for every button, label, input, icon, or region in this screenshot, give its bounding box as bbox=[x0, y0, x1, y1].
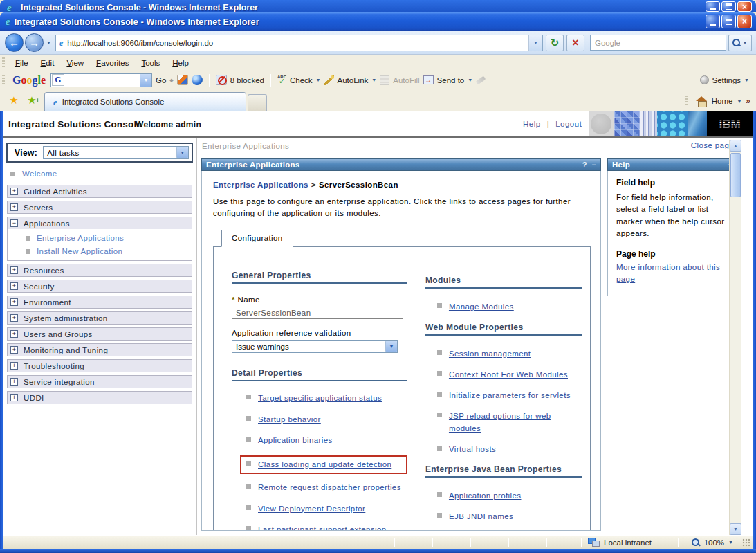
sidebar-subitem-link[interactable]: Install New Application bbox=[37, 247, 122, 255]
expand-toggle-icon[interactable]: + bbox=[10, 188, 18, 195]
browser-tab[interactable]: e Integrated Solutions Console bbox=[44, 92, 246, 111]
menu-item[interactable]: Help bbox=[166, 57, 195, 69]
menu-item[interactable]: Favorites bbox=[90, 57, 135, 69]
sidebar-item-welcome[interactable]: Welcome bbox=[10, 170, 196, 178]
property-link[interactable]: Virtual hosts bbox=[449, 444, 496, 455]
forward-button[interactable]: → bbox=[25, 33, 44, 52]
property-link[interactable]: Remote request dispatcher properties bbox=[258, 482, 401, 493]
back-button[interactable]: ← bbox=[5, 33, 24, 52]
maximize-button[interactable] bbox=[721, 15, 736, 28]
favorites-center-button[interactable]: ★ bbox=[6, 92, 22, 109]
close-button[interactable]: × bbox=[737, 1, 752, 12]
property-link[interactable]: Application binaries bbox=[258, 435, 333, 446]
home-button[interactable]: Home bbox=[712, 97, 733, 105]
chevron-down-icon[interactable]: ▼ bbox=[385, 341, 397, 352]
property-link[interactable]: Target specific application status bbox=[258, 392, 382, 404]
name-field[interactable] bbox=[232, 307, 403, 319]
property-link[interactable]: JSP reload options for web modules bbox=[449, 410, 582, 435]
new-tab-button[interactable] bbox=[248, 94, 267, 111]
go-button[interactable]: Go bbox=[156, 76, 166, 84]
search-button[interactable]: ▼ bbox=[728, 35, 752, 51]
scroll-down-icon[interactable]: ▼ bbox=[730, 523, 741, 535]
breadcrumb-link[interactable]: Enterprise Applications bbox=[213, 181, 308, 189]
check-button[interactable]: Check bbox=[290, 76, 313, 84]
zoom-icon[interactable] bbox=[691, 538, 700, 547]
property-link[interactable]: Class loading and update detection bbox=[258, 459, 391, 471]
send-to-icon[interactable]: → bbox=[423, 75, 434, 84]
page-help-link[interactable]: More information about this page bbox=[616, 262, 729, 286]
tab-configuration[interactable]: Configuration bbox=[221, 230, 293, 247]
sidebar-subitem[interactable]: Install New Application bbox=[26, 247, 192, 255]
expand-toggle-icon[interactable]: + bbox=[10, 362, 18, 370]
property-link[interactable]: Initialize parameters for servlets bbox=[449, 390, 571, 401]
autolink-dropdown-icon[interactable]: ▼ bbox=[371, 78, 376, 82]
property-link[interactable]: Session management bbox=[449, 348, 531, 360]
expand-toggle-icon[interactable]: + bbox=[10, 330, 18, 338]
google-search-dropdown-icon[interactable]: ▼ bbox=[140, 74, 151, 87]
toolbar-overflow-icon[interactable]: » bbox=[746, 96, 750, 106]
sidebar-section-header[interactable]: + Security bbox=[8, 280, 192, 292]
zoom-dropdown-icon[interactable]: ▼ bbox=[728, 540, 733, 545]
vertical-scrollbar[interactable]: ▲ ▼ bbox=[729, 140, 741, 535]
maximize-button[interactable] bbox=[721, 1, 736, 12]
resize-grip[interactable] bbox=[742, 538, 750, 547]
property-link[interactable]: Manage Modules bbox=[449, 301, 514, 313]
property-link[interactable]: EJB JNDI names bbox=[449, 511, 513, 523]
address-dropdown-icon[interactable]: ▼ bbox=[528, 35, 542, 51]
settings-button[interactable]: Settings bbox=[712, 76, 741, 84]
expand-toggle-icon[interactable]: + bbox=[10, 378, 18, 386]
help-link[interactable]: Help bbox=[523, 120, 541, 128]
expand-toggle-icon[interactable]: − bbox=[10, 219, 18, 227]
refresh-button[interactable]: ↻ bbox=[546, 35, 564, 51]
address-bar[interactable]: e http://localhost:9060/ibm/console/logi… bbox=[55, 35, 543, 51]
spellcheck-icon[interactable]: ABC✓ bbox=[277, 75, 286, 85]
scroll-up-icon[interactable]: ▲ bbox=[730, 140, 741, 152]
sidebar-section-header[interactable]: + Environment bbox=[8, 296, 192, 308]
settings-dropdown-icon[interactable]: ▼ bbox=[744, 78, 749, 82]
sidebar-section-header[interactable]: + Service integration bbox=[8, 376, 192, 388]
check-dropdown-icon[interactable]: ▼ bbox=[316, 78, 321, 82]
scrollbar-thumb[interactable] bbox=[730, 153, 741, 197]
earth-icon[interactable] bbox=[192, 75, 203, 85]
sidebar-section-header[interactable]: + Resources bbox=[8, 264, 192, 276]
highlighter-icon[interactable] bbox=[476, 75, 486, 84]
news-icon[interactable] bbox=[177, 75, 188, 85]
sidebar-section-header[interactable]: + Monitoring and Tuning bbox=[8, 344, 192, 356]
google-search-field[interactable] bbox=[65, 74, 140, 87]
view-select[interactable]: All tasks ▼ bbox=[43, 146, 189, 159]
menu-item[interactable]: View bbox=[60, 57, 90, 69]
background-window-titlebar[interactable]: e Integrated Solutions Console - Windows… bbox=[0, 0, 756, 12]
sidebar-section-header[interactable]: − Applications bbox=[8, 217, 192, 229]
recent-pages-dropdown-icon[interactable]: ▼ bbox=[46, 40, 51, 45]
expand-toggle-icon[interactable]: + bbox=[10, 203, 18, 211]
autolink-button[interactable]: AutoLink bbox=[338, 76, 369, 84]
sidebar-section-header[interactable]: + UDDI bbox=[8, 392, 192, 404]
home-dropdown-icon[interactable]: ▼ bbox=[737, 99, 741, 104]
menu-item[interactable]: File bbox=[9, 57, 35, 69]
expand-toggle-icon[interactable]: + bbox=[10, 394, 18, 401]
expand-toggle-icon[interactable]: + bbox=[10, 282, 18, 290]
expand-toggle-icon[interactable]: + bbox=[10, 314, 18, 322]
sidebar-section-header[interactable]: + Guided Activities bbox=[8, 185, 192, 197]
logout-link[interactable]: Logout bbox=[555, 120, 582, 128]
sidebar-subitem-link[interactable]: Enterprise Applications bbox=[37, 234, 124, 242]
go-split-icon[interactable]: ◆ bbox=[169, 78, 173, 83]
minimize-button[interactable] bbox=[706, 1, 720, 12]
property-link[interactable]: Startup behavior bbox=[258, 414, 321, 426]
home-icon[interactable] bbox=[696, 96, 708, 106]
chevron-down-icon[interactable]: ▼ bbox=[176, 147, 188, 158]
portlet-minimize-icon[interactable]: − bbox=[592, 161, 596, 169]
sidebar-section-header[interactable]: + Users and Groups bbox=[8, 328, 192, 340]
search-options-dropdown-icon[interactable]: ▼ bbox=[742, 40, 747, 45]
property-link[interactable]: Application profiles bbox=[449, 490, 522, 502]
google-search-combo[interactable]: G ▼ bbox=[50, 73, 152, 87]
validation-select[interactable]: Issue warnings ▼ bbox=[232, 340, 398, 353]
sidebar-subitem[interactable]: Enterprise Applications bbox=[26, 234, 192, 242]
autolink-wand-icon[interactable] bbox=[324, 75, 334, 85]
property-link[interactable]: Context Root For Web Modules bbox=[449, 369, 568, 381]
menu-item[interactable]: Edit bbox=[35, 57, 61, 69]
send-to-button[interactable]: Send to bbox=[437, 76, 465, 84]
property-link[interactable]: View Deployment Descriptor bbox=[258, 503, 365, 515]
popup-blocker-icon[interactable] bbox=[216, 75, 227, 85]
add-favorite-button[interactable]: ★+ bbox=[24, 92, 40, 109]
